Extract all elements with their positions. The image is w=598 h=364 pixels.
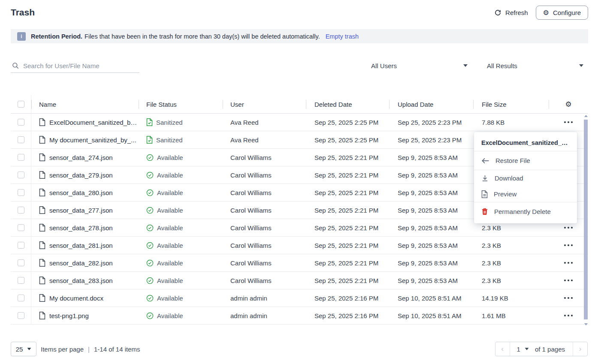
file-size-cell: 2.3 KB [473, 224, 549, 232]
row-checkbox[interactable] [18, 154, 24, 161]
row-checkbox[interactable] [18, 189, 24, 196]
chevron-down-icon [27, 348, 31, 350]
row-actions-button[interactable] [561, 312, 576, 319]
pages-count-label: of 1 pages [535, 346, 573, 353]
status-label: Available [157, 189, 183, 196]
file-size-cell: 1.61 MB [473, 312, 549, 319]
select-all-checkbox[interactable] [18, 101, 24, 108]
page-number-value: 1 [517, 346, 520, 353]
arrow-left-icon [481, 157, 489, 164]
upload-date-cell: Sep 9, 2025 8:53 AM [389, 259, 473, 267]
column-header-deleted-date[interactable]: Deleted Date [306, 95, 389, 113]
user-cell: Ava Reed [223, 136, 306, 144]
row-checkbox[interactable] [18, 119, 24, 126]
file-name[interactable]: test-png1.png [49, 312, 89, 319]
file-icon [39, 118, 45, 126]
upload-date-cell: Sep 9, 2025 8:53 AM [389, 154, 473, 161]
file-name[interactable]: My document.docx [49, 295, 103, 302]
menu-item-preview[interactable]: Preview [474, 186, 577, 202]
empty-trash-link[interactable]: Empty trash [326, 33, 359, 40]
scroll-up-icon[interactable] [583, 114, 588, 118]
file-name[interactable]: sensor_data_280.json [49, 189, 113, 196]
upload-date-cell: Sep 9, 2025 8:53 AM [389, 277, 473, 284]
previous-page-button[interactable]: ‹ [495, 342, 510, 356]
file-name[interactable]: sensor_data_274.json [49, 154, 113, 161]
search-field [11, 58, 139, 73]
file-name[interactable]: My document_sanitized_by_... [49, 136, 136, 144]
row-checkbox[interactable] [18, 171, 24, 178]
page-size-select[interactable]: 25 [11, 342, 36, 356]
table-scrollbar[interactable] [583, 114, 588, 327]
more-dots-icon [564, 244, 573, 247]
menu-item-permanently-delete[interactable]: Permanently Delete [474, 202, 577, 221]
file-size-cell: 2.3 KB [473, 259, 549, 267]
search-input[interactable] [23, 60, 137, 71]
row-checkbox[interactable] [18, 277, 24, 284]
check-circle-icon [146, 242, 154, 249]
table-row: sensor_data_282.json Available Carol Wil… [11, 254, 588, 272]
banner-bold: Retention Period. [31, 33, 82, 40]
deleted-date-cell: Sep 25, 2025 2:25 PM [306, 119, 389, 126]
scroll-down-icon[interactable] [583, 322, 588, 327]
file-name[interactable]: sensor_data_282.json [49, 259, 113, 267]
row-checkbox[interactable] [18, 136, 24, 143]
row-checkbox[interactable] [18, 207, 24, 214]
status-label: Available [157, 259, 183, 267]
refresh-button[interactable]: Refresh [494, 9, 528, 16]
row-checkbox[interactable] [18, 242, 24, 249]
column-header-user[interactable]: User [223, 95, 306, 113]
row-checkbox[interactable] [18, 224, 24, 231]
row-actions-button[interactable] [561, 224, 576, 232]
page-title: Trash [11, 7, 35, 18]
file-name[interactable]: sensor_data_277.json [49, 207, 113, 214]
row-actions-button[interactable] [561, 259, 576, 267]
row-actions-button[interactable] [561, 118, 576, 126]
user-cell: Ava Reed [223, 119, 306, 126]
file-name[interactable]: sensor_data_281.json [49, 242, 113, 249]
column-header-file-size[interactable]: File Size [473, 95, 549, 113]
next-page-button[interactable]: › [573, 342, 587, 356]
preview-document-icon [481, 190, 488, 198]
check-circle-icon [146, 277, 154, 284]
check-circle-icon [146, 189, 154, 196]
row-actions-button[interactable] [561, 277, 576, 284]
configure-button[interactable]: ⚙ Configure [536, 6, 588, 20]
column-settings-button[interactable]: ⚙ [549, 95, 588, 113]
scrollbar-thumb[interactable] [584, 120, 588, 319]
column-header-name[interactable]: Name [31, 95, 139, 113]
upload-date-cell: Sep 9, 2025 8:53 AM [389, 224, 473, 232]
row-actions-button[interactable] [561, 241, 576, 249]
file-icon [39, 241, 45, 249]
check-circle-icon [146, 312, 154, 319]
users-filter-dropdown[interactable]: All Users [371, 60, 468, 71]
chevron-down-icon [525, 348, 529, 350]
file-name[interactable]: sensor_data_279.json [49, 171, 113, 179]
file-name[interactable]: ExcelDocument_sanitized_by... [49, 119, 139, 126]
user-cell: admin admin [223, 312, 306, 319]
row-checkbox[interactable] [18, 259, 24, 266]
page-number-select[interactable]: 1 [510, 346, 535, 353]
items-range-label: 1-14 of 14 items [94, 346, 140, 353]
status-label: Available [157, 154, 183, 161]
more-dots-icon [564, 262, 573, 264]
upload-date-cell: Sep 10, 2025 8:51 AM [389, 295, 473, 302]
row-checkbox[interactable] [18, 295, 24, 301]
results-filter-dropdown[interactable]: All Results [487, 60, 583, 71]
column-header-file-status[interactable]: File Status [139, 95, 223, 113]
menu-item-download[interactable]: Download [474, 170, 577, 186]
sanitized-file-icon [146, 136, 153, 144]
file-name[interactable]: sensor_data_278.json [49, 224, 113, 232]
file-name[interactable]: sensor_data_283.json [49, 277, 113, 284]
upload-date-cell: Sep 10, 2025 8:51 AM [389, 312, 473, 319]
chevron-down-icon [463, 64, 468, 67]
upload-date-cell: Sep 25, 2025 2:23 PM [389, 119, 473, 126]
deleted-date-cell: Sep 25, 2025 2:21 PM [306, 224, 389, 232]
status-label: Available [157, 207, 183, 214]
upload-date-cell: Sep 9, 2025 8:53 AM [389, 171, 473, 179]
user-cell: Carol Williams [223, 224, 306, 232]
row-checkbox[interactable] [18, 312, 24, 319]
column-header-upload-date[interactable]: Upload Date [389, 95, 473, 113]
row-actions-button[interactable] [561, 294, 576, 302]
file-icon [39, 136, 45, 144]
menu-item-restore-file[interactable]: Restore File [474, 151, 577, 170]
